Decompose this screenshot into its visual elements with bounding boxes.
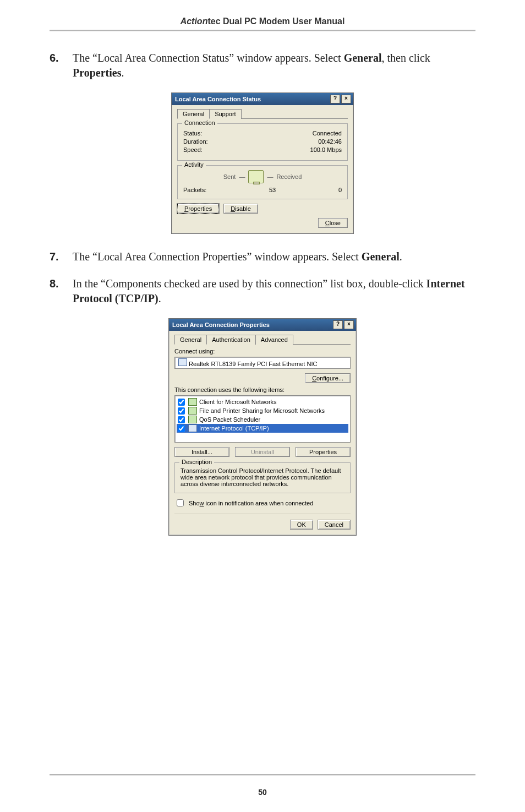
item-checkbox[interactable] [178, 425, 185, 432]
activity-icon [248, 170, 264, 183]
help-icon[interactable]: ? [333, 320, 343, 329]
activity-group: Activity Sent — — Received Packe [177, 165, 348, 199]
nic-field: Realtek RTL8139 Family PCI Fast Ethernet… [174, 357, 351, 369]
close-button[interactable]: Close [318, 218, 348, 228]
qos-icon [188, 416, 197, 423]
footer-rule [50, 774, 475, 776]
sent-label: Sent [223, 173, 236, 180]
tab-authentication[interactable]: Authentication [206, 335, 256, 345]
received-label: Received [276, 173, 302, 180]
step-6-text: The “Local Area Connection Status” windo… [73, 51, 475, 80]
speed-value: 100.0 Mbps [310, 146, 342, 153]
connect-using-label: Connect using: [174, 348, 351, 355]
configure-button[interactable]: Configure... [305, 373, 351, 383]
help-icon[interactable]: ? [330, 95, 340, 103]
show-icon-checkbox[interactable] [177, 499, 184, 506]
install-button[interactable]: Install... [174, 447, 229, 457]
brand-italic: Action [181, 17, 208, 26]
nic-text: Realtek RTL8139 Family PCI Fast Ethernet… [189, 361, 317, 367]
status-value: Connected [313, 130, 342, 137]
dash-right: — [267, 173, 273, 180]
close-icon[interactable]: × [344, 320, 354, 329]
properties-button[interactable]: Properties [177, 204, 219, 214]
show-icon-label: Show icon in notification area when conn… [189, 500, 313, 506]
status-dialog: Local Area Connection Status ? × General… [171, 92, 354, 234]
item-properties-button[interactable]: Properties [296, 447, 351, 457]
duration-value: 00:42:46 [318, 138, 342, 145]
description-legend: Description [179, 459, 214, 465]
manual-title: Dual PC Modem User Manual [221, 17, 345, 26]
status-key: Status: [183, 130, 202, 137]
step-8-number: 8. [50, 276, 73, 306]
packets-key: Packets: [183, 187, 206, 193]
brand-rest: tec [207, 17, 220, 26]
header-rule [50, 30, 475, 31]
client-icon [188, 398, 197, 406]
tab-support[interactable]: Support [209, 109, 242, 119]
step-6-number: 6. [50, 51, 73, 80]
connection-legend: Connection [182, 119, 217, 126]
properties-titlebar[interactable]: Local Area Connection Properties ? × [169, 319, 356, 331]
fileshare-icon [188, 407, 197, 415]
item-checkbox[interactable] [178, 399, 185, 406]
status-title: Local Area Connection Status [175, 96, 261, 102]
step-7-text: The “Local Area Connection Properties” w… [73, 249, 475, 264]
packets-received: 0 [338, 187, 342, 193]
connection-group: Connection Status:Connected Duration:00:… [177, 123, 348, 161]
ok-button[interactable]: OK [290, 520, 313, 530]
close-icon[interactable]: × [341, 95, 351, 103]
duration-key: Duration: [183, 138, 208, 145]
items-label: This connection uses the following items… [174, 386, 351, 393]
cancel-button[interactable]: Cancel [318, 520, 351, 530]
description-text: Transmission Control Protocol/Internet P… [181, 467, 344, 487]
speed-key: Speed: [183, 146, 203, 153]
page-header: Actiontec Dual PC Modem User Manual [50, 17, 475, 26]
list-item[interactable]: QoS Packet Scheduler [177, 415, 348, 424]
properties-title: Local Area Connection Properties [172, 321, 270, 328]
properties-dialog: Local Area Connection Properties ? × Gen… [168, 318, 357, 536]
tab-general[interactable]: General [174, 335, 207, 345]
packets-sent: 53 [269, 187, 276, 193]
status-titlebar[interactable]: Local Area Connection Status ? × [172, 93, 353, 105]
tcpip-icon [188, 424, 197, 432]
uninstall-button: Uninstall [235, 447, 290, 457]
tab-advanced[interactable]: Advanced [255, 335, 293, 345]
item-checkbox[interactable] [178, 407, 185, 415]
tab-general[interactable]: General [177, 109, 210, 119]
list-item[interactable]: Client for Microsoft Networks [177, 397, 348, 406]
item-checkbox[interactable] [178, 416, 185, 423]
description-group: Description Transmission Control Protoco… [174, 462, 351, 493]
nic-icon [178, 358, 187, 366]
disable-button[interactable]: Disable [223, 204, 258, 214]
items-listbox[interactable]: Client for Microsoft Networks File and P… [174, 395, 351, 443]
step-8-text: In the “Components checked are used by t… [73, 276, 475, 306]
activity-legend: Activity [182, 161, 206, 168]
dash-left: — [239, 173, 245, 180]
list-item[interactable]: File and Printer Sharing for Microsoft N… [177, 406, 348, 415]
step-7-number: 7. [50, 249, 73, 264]
page-number: 50 [0, 788, 525, 797]
list-item[interactable]: Internet Protocol (TCP/IP) [177, 424, 348, 433]
